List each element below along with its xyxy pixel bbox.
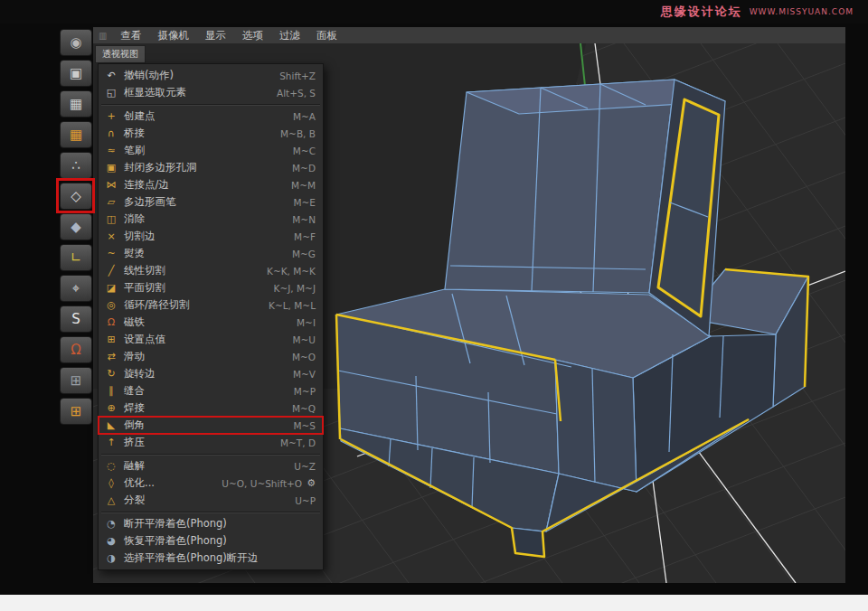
menu-item-label: 优化...: [124, 476, 214, 490]
menu-separator: [99, 451, 323, 457]
bottom-margin: [0, 583, 868, 595]
menu-item-icon: ◔: [104, 518, 118, 530]
menu-item-挤压[interactable]: ↑挤压M~T, D: [99, 434, 323, 451]
viewport-solo-icon[interactable]: ⌖: [60, 275, 92, 302]
menu-item-label: 桥接: [124, 127, 273, 140]
convert-editable-icon[interactable]: ◉: [60, 29, 92, 56]
workplane-lock-icon[interactable]: ⊞: [60, 367, 92, 394]
menu-item-撤销动作[interactable]: ↶撤销(动作)Shift+Z: [99, 67, 323, 84]
menu-item-shortcut: M~F: [294, 231, 316, 242]
menubar-item-1[interactable]: 摄像机: [149, 29, 197, 42]
menu-item-shortcut: M~G: [292, 249, 316, 259]
menu-item-切割边[interactable]: ×切割边M~F: [99, 228, 323, 245]
workplane-mode-glyph: ▦: [70, 127, 82, 143]
menu-item-icon: ∩: [104, 127, 118, 139]
menubar-item-3[interactable]: 选项: [234, 29, 271, 42]
menu-item-label: 缝合: [124, 384, 287, 398]
menu-item-shortcut: M~S: [293, 420, 316, 431]
grid-snap-icon[interactable]: ⊞: [60, 398, 92, 425]
menu-item-shortcut: M~V: [293, 369, 316, 380]
menu-item-线性切割[interactable]: ╱线性切割K~K, M~K: [99, 262, 323, 279]
gear-icon[interactable]: ⚙: [307, 477, 316, 489]
menu-item-label: 消除: [124, 212, 285, 226]
menubar-item-4[interactable]: 过滤: [271, 29, 308, 42]
menu-item-平面切割[interactable]: ◪平面切割K~J, M~J: [99, 279, 323, 296]
workplane-mode-icon[interactable]: ▦: [60, 121, 92, 148]
menu-item-label: 循环/路径切割: [124, 298, 261, 312]
menu-item-label: 熨烫: [124, 247, 285, 260]
menu-item-优化[interactable]: ◊优化...U~O, U~Shift+O⚙: [99, 475, 323, 492]
menu-item-icon: +: [104, 110, 118, 122]
points-mode-icon[interactable]: ∴: [60, 152, 92, 179]
menu-item-缝合[interactable]: ∥缝合M~P: [99, 382, 323, 400]
menubar: ▥查看摄像机显示选项过滤面板: [93, 27, 845, 44]
axis-mode-glyph: ∟: [71, 249, 82, 266]
menubar-item-0[interactable]: 查看: [112, 29, 149, 42]
menubar-item-2[interactable]: 显示: [197, 29, 234, 42]
magnet-snap-icon[interactable]: Ω: [60, 336, 92, 363]
menu-item-磁铁[interactable]: Ω磁铁M~I: [99, 314, 323, 331]
menu-item-label: 倒角: [124, 418, 286, 432]
menu-item-shortcut: M~U: [292, 334, 316, 345]
menu-item-label: 设置点值: [124, 333, 285, 346]
menu-item-焊接[interactable]: ⊕焊接M~Q: [99, 400, 323, 417]
menu-item-icon: ◕: [104, 535, 118, 547]
menu-item-label: 旋转边: [124, 367, 286, 381]
model-mode-glyph: ▣: [70, 65, 82, 81]
menu-item-shortcut: M~N: [292, 214, 316, 225]
menu-item-融解[interactable]: ◌融解U~Z: [99, 457, 323, 475]
axis-mode-icon[interactable]: ∟: [60, 244, 92, 271]
menu-item-icon: ◣: [104, 419, 118, 431]
texture-mode-icon[interactable]: ▦: [60, 90, 92, 118]
menu-item-倒角[interactable]: ◣倒角M~S: [99, 417, 323, 434]
menu-item-框显选取元素[interactable]: ◱框显选取元素Alt+S, S: [99, 84, 323, 101]
polygon-mode-icon[interactable]: ◆: [60, 213, 92, 240]
model-mode-icon[interactable]: ▣: [60, 60, 92, 87]
menu-item-icon: △: [104, 494, 118, 506]
menu-item-熨烫[interactable]: ~熨烫M~G: [99, 245, 323, 262]
snap-settings-icon[interactable]: S: [60, 306, 92, 333]
menu-item-旋转边[interactable]: ↻旋转边M~V: [99, 365, 323, 382]
grid-snap-glyph: ⊞: [71, 403, 82, 419]
menu-item-label: 多边形画笔: [124, 195, 287, 209]
menu-item-shortcut: U~Z: [294, 461, 316, 472]
menu-item-shortcut: M~M: [291, 180, 316, 191]
menu-item-分裂[interactable]: △分裂U~P: [99, 492, 323, 509]
menu-item-滑动[interactable]: ⇄滑动M~O: [99, 348, 323, 365]
menu-item-label: 滑动: [124, 350, 285, 363]
menu-item-label: 框显选取元素: [124, 86, 269, 99]
bottom-white-strip: [0, 595, 868, 611]
menu-item-shortcut: M~D: [292, 163, 316, 174]
context-menu: ↶撤销(动作)Shift+Z◱框显选取元素Alt+S, S+创建点M~A∩桥接M…: [98, 63, 324, 570]
menu-item-封闭多边形孔洞[interactable]: ▣封闭多边形孔洞M~D: [99, 159, 323, 176]
polygon-mode-glyph: ◆: [71, 219, 81, 235]
menu-item-label: 创建点: [124, 109, 286, 123]
menu-item-icon: ◎: [104, 299, 118, 311]
menubar-item-5[interactable]: 面板: [308, 29, 345, 42]
menu-item-恢复平滑着色Phong[interactable]: ◕恢复平滑着色(Phong): [99, 532, 323, 550]
menu-item-连接点边[interactable]: ⋈连接点/边M~M: [99, 176, 323, 193]
menu-item-icon: ∥: [104, 385, 118, 397]
menu-item-label: 选择平滑着色(Phong)断开边: [124, 551, 316, 565]
menu-separator: [99, 101, 323, 108]
menu-item-shortcut: M~A: [293, 111, 316, 122]
viewport-tab-perspective[interactable]: 透视视图: [95, 45, 146, 63]
menu-item-消除[interactable]: ◫消除M~N: [99, 211, 323, 228]
menu-item-label: 断开平滑着色(Phong): [124, 517, 316, 531]
menu-item-断开平滑着色Phong[interactable]: ◔断开平滑着色(Phong): [99, 515, 323, 532]
menu-item-桥接[interactable]: ∩桥接M~B, B: [99, 125, 323, 142]
brand-bar: 思缘设计论坛 WWW.MISSYUAN.COM: [0, 0, 868, 24]
menu-item-创建点[interactable]: +创建点M~A: [99, 108, 323, 125]
menu-item-icon: ⋈: [104, 179, 118, 191]
menu-item-icon: ◑: [104, 552, 118, 564]
menu-item-循环路径切割[interactable]: ◎循环/路径切割K~L, M~L: [99, 296, 323, 314]
menu-item-icon: ↑: [104, 437, 118, 448]
menubar-drag-handle-icon[interactable]: ▥: [93, 31, 112, 41]
menu-item-笔刷[interactable]: ≈笔刷M~C: [99, 142, 323, 159]
menu-item-icon: ◫: [104, 213, 118, 225]
magnet-snap-glyph: Ω: [71, 342, 80, 358]
menu-item-设置点值[interactable]: ⊞设置点值M~U: [99, 331, 323, 348]
menu-item-多边形画笔[interactable]: ▱多边形画笔M~E: [99, 193, 323, 211]
menu-item-选择平滑着色Phong断开边[interactable]: ◑选择平滑着色(Phong)断开边: [99, 550, 323, 567]
viewport-solo-glyph: ⌖: [72, 280, 80, 296]
